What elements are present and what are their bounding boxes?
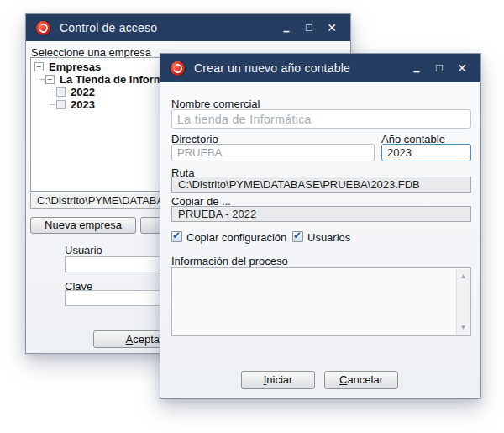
tree-item-company[interactable]: La Tienda de Informa bbox=[60, 73, 170, 86]
tree-connector bbox=[50, 92, 55, 105]
create-year-window: Crear un nuevo año contable – □ ✕ Nombre… bbox=[160, 53, 481, 399]
tree-checkbox-2022[interactable] bbox=[56, 87, 66, 97]
maximize-icon[interactable]: □ bbox=[431, 59, 448, 77]
app-icon bbox=[36, 21, 50, 35]
create-window-title: Crear un nuevo año contable bbox=[194, 61, 350, 75]
tree-checkbox-2023[interactable] bbox=[56, 100, 66, 109]
close-icon[interactable]: ✕ bbox=[323, 18, 340, 37]
check-icon: ✔ bbox=[172, 230, 181, 241]
new-company-button[interactable]: Nueva empresa bbox=[30, 217, 136, 234]
window-controls: – □ ✕ bbox=[408, 59, 470, 77]
directory-input[interactable] bbox=[171, 144, 375, 161]
users-checkbox[interactable]: ✔ bbox=[292, 231, 303, 242]
close-icon[interactable]: ✕ bbox=[454, 59, 470, 77]
tree-item-empresas[interactable]: Empresas bbox=[49, 61, 101, 73]
path-field: C:\Distrito\PYME\DATABASE\PRUEBA\2023.FD… bbox=[171, 177, 471, 193]
trade-name-input bbox=[171, 109, 471, 129]
cancel-button[interactable]: Cancelar bbox=[324, 371, 398, 389]
access-window-titlebar[interactable]: Control de acceso – □ ✕ bbox=[26, 14, 350, 41]
scrollbar[interactable]: ▲ ▼ bbox=[456, 269, 470, 335]
tree-item-2023[interactable]: 2023 bbox=[71, 98, 95, 111]
minimize-icon[interactable]: – bbox=[408, 59, 425, 77]
user-label: Usuario bbox=[65, 244, 102, 256]
users-label: Usuarios bbox=[307, 231, 350, 244]
year-input[interactable] bbox=[381, 144, 471, 161]
access-window-title: Control de acceso bbox=[60, 21, 157, 34]
window-controls: – □ ✕ bbox=[278, 18, 340, 37]
scroll-up-icon[interactable]: ▲ bbox=[457, 272, 470, 280]
copy-config-label: Copiar configuración bbox=[186, 231, 286, 244]
desktop: Control de acceso – □ ✕ Seleccione una e… bbox=[0, 0, 504, 433]
tree-connector bbox=[39, 71, 45, 80]
maximize-icon[interactable]: □ bbox=[301, 18, 318, 37]
minimize-icon[interactable]: – bbox=[278, 18, 295, 37]
copy-config-checkbox[interactable]: ✔ bbox=[171, 231, 182, 242]
copy-from-field: PRUEBA - 2022 bbox=[171, 206, 471, 222]
check-icon: ✔ bbox=[293, 230, 302, 241]
start-button[interactable]: Iniciar bbox=[241, 371, 315, 389]
tree-connector bbox=[50, 83, 55, 92]
app-icon bbox=[171, 61, 185, 76]
create-window-titlebar[interactable]: Crear un nuevo año contable – □ ✕ bbox=[160, 54, 480, 82]
tree-item-2022[interactable]: 2022 bbox=[71, 86, 95, 98]
process-log[interactable]: ▲ ▼ bbox=[171, 267, 471, 336]
trade-name-label: Nombre comercial bbox=[171, 98, 260, 110]
process-info-label: Información del proceso bbox=[171, 255, 288, 267]
scroll-down-icon[interactable]: ▼ bbox=[457, 324, 470, 331]
